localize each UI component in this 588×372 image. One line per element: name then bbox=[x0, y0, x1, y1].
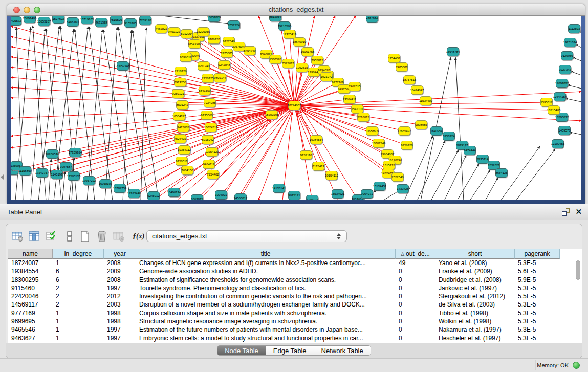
graph-node[interactable]: 8913250 bbox=[174, 78, 186, 87]
graph-node[interactable]: 16782759 bbox=[113, 184, 127, 193]
graph-node[interactable]: 13354129 bbox=[205, 148, 219, 157]
graph-node[interactable]: 9245012 bbox=[147, 192, 160, 201]
graph-node[interactable]: 9352110 bbox=[300, 151, 313, 160]
zoom-window-button[interactable] bbox=[34, 7, 40, 13]
delete-table-icon[interactable] bbox=[96, 230, 108, 243]
graph-node[interactable]: 10354112 bbox=[178, 146, 191, 155]
graph-node[interactable]: 2750125 bbox=[202, 74, 214, 83]
graph-node[interactable]: 10719185 bbox=[80, 16, 94, 24]
graph-node[interactable]: 1154408 bbox=[388, 54, 401, 63]
graph-node[interactable]: 1640954 bbox=[430, 127, 443, 136]
graph-node[interactable]: 12325419 bbox=[283, 30, 297, 39]
table-row[interactable]: 946554611997Estimation of the future num… bbox=[8, 325, 575, 334]
float-panel-icon[interactable] bbox=[562, 208, 570, 216]
graph-node[interactable]: 18640910 bbox=[293, 38, 307, 47]
tab-network-table[interactable]: Network Table bbox=[314, 346, 371, 355]
graph-node[interactable]: 12923448 bbox=[127, 189, 141, 198]
graph-node[interactable]: 8813054 bbox=[269, 16, 281, 21]
graph-node[interactable]: 7955812 bbox=[311, 56, 323, 65]
graph-node[interactable]: 16648784 bbox=[446, 48, 460, 56]
column-header-name[interactable]: name bbox=[8, 249, 53, 259]
table-row[interactable]: 1872400712008Changes of HCN gene express… bbox=[8, 259, 575, 267]
graph-node[interactable]: 10688609 bbox=[365, 127, 379, 136]
graph-node[interactable]: 16958107 bbox=[99, 180, 113, 188]
graph-node[interactable]: 7745122 bbox=[306, 195, 318, 201]
graph-node[interactable]: 7632621 bbox=[488, 161, 500, 170]
graph-node[interactable]: 1994001 bbox=[215, 191, 227, 200]
graph-node[interactable]: 9035121 bbox=[288, 191, 300, 200]
graph-node[interactable]: 6405572 bbox=[11, 17, 21, 26]
graph-node[interactable]: 8664125 bbox=[495, 169, 508, 178]
column-header-pagerank[interactable]: pagerank bbox=[515, 249, 560, 259]
graph-node[interactable]: 11156869 bbox=[18, 167, 32, 176]
graph-node[interactable]: 8501243 bbox=[176, 101, 188, 110]
graph-node[interactable]: 8663815 bbox=[191, 195, 203, 201]
table-row[interactable]: 946362711997Embryonic stem cells: a mode… bbox=[8, 334, 575, 342]
graph-node[interactable]: 9756928 bbox=[401, 141, 413, 150]
table-row[interactable]: 911546021997Tourette syndrome. Phenomeno… bbox=[8, 284, 575, 292]
graph-node[interactable]: 2887682 bbox=[366, 16, 378, 23]
new-document-icon[interactable] bbox=[79, 230, 91, 243]
network-canvas[interactable]: 6405572206914061065326715276026466160107… bbox=[11, 16, 581, 200]
function-builder-icon[interactable]: ƒ(x) bbox=[133, 232, 144, 240]
graph-node[interactable]: 23364411 bbox=[343, 95, 357, 104]
graph-node[interactable]: 15134451 bbox=[373, 182, 387, 191]
column-header-out_de[interactable]: △out_de... bbox=[396, 249, 435, 259]
graph-node[interactable]: 9464112 bbox=[203, 160, 215, 169]
graph-node[interactable]: 20206536 bbox=[46, 150, 59, 159]
graph-node[interactable]: 2216012 bbox=[357, 113, 369, 122]
graph-node[interactable]: 23226055 bbox=[197, 28, 210, 36]
graph-node[interactable]: 1921072 bbox=[320, 73, 333, 81]
graph-node[interactable]: 7524402 bbox=[174, 135, 186, 143]
graph-node[interactable]: 7485083 bbox=[396, 63, 408, 72]
select-columns-icon[interactable] bbox=[45, 230, 57, 243]
graph-node[interactable]: 2935114 bbox=[477, 155, 489, 164]
graph-node[interactable]: 8915042 bbox=[202, 136, 214, 144]
graph-node[interactable]: 8958924 bbox=[443, 132, 455, 141]
graph-node[interactable]: 18757515 bbox=[403, 76, 417, 84]
window-titlebar[interactable]: citations_edges.txt bbox=[7, 4, 585, 16]
graph-node[interactable]: 7857224 bbox=[228, 21, 240, 30]
close-window-button[interactable] bbox=[13, 7, 20, 13]
graph-node[interactable]: 9898985 bbox=[415, 121, 427, 129]
graph-node[interactable]: 10215405 bbox=[547, 106, 561, 115]
graph-node[interactable]: 10653267 bbox=[37, 17, 51, 26]
graph-node[interactable]: 1112503 bbox=[569, 25, 580, 33]
graph-node[interactable]: 20053346 bbox=[116, 62, 130, 71]
graph-node[interactable]: 8841509 bbox=[199, 86, 211, 95]
graph-node[interactable]: 7269128 bbox=[139, 16, 151, 25]
graph-node[interactable]: 24560012 bbox=[234, 194, 248, 201]
graph-node[interactable]: 9415082 bbox=[177, 123, 189, 132]
table-row[interactable]: 1456911722003Disruption of a novel membe… bbox=[8, 300, 575, 309]
graph-node[interactable]: 9135560 bbox=[201, 111, 213, 120]
graph-node[interactable]: 9129966 bbox=[561, 52, 573, 60]
graph-node[interactable]: 13505135 bbox=[67, 172, 81, 181]
graph-node[interactable]: 1733426 bbox=[397, 185, 409, 193]
tab-edge-table[interactable]: Edge Table bbox=[266, 346, 314, 355]
graph-node[interactable]: 1588520 bbox=[269, 55, 281, 64]
row-height-icon[interactable] bbox=[63, 230, 76, 243]
graph-node[interactable]: 8522037 bbox=[282, 59, 294, 68]
graph-node[interactable]: 10154112 bbox=[325, 171, 339, 180]
graph-node[interactable]: 9803144 bbox=[214, 74, 226, 82]
table-selector-combobox[interactable]: citations_edges.txt bbox=[146, 230, 347, 242]
graph-node[interactable]: 16053809 bbox=[207, 16, 221, 22]
graph-node[interactable]: 2718126 bbox=[175, 67, 187, 76]
graph-node[interactable]: 19384554 bbox=[310, 136, 323, 144]
graph-node[interactable]: 1362615 bbox=[296, 63, 308, 72]
graph-node[interactable]: 9964071 bbox=[361, 190, 373, 199]
column-header-title[interactable]: title bbox=[136, 249, 396, 259]
graph-node[interactable]: 1145193 bbox=[51, 170, 63, 179]
graph-node[interactable]: 18807249 bbox=[372, 139, 386, 148]
column-header-year[interactable]: year bbox=[104, 249, 136, 259]
graph-node[interactable]: 19218506 bbox=[278, 22, 292, 31]
splitter-collapse-icon[interactable] bbox=[1, 174, 4, 180]
graph-node[interactable]: 7515526 bbox=[110, 16, 122, 25]
graph-node[interactable]: 17359924 bbox=[69, 148, 82, 157]
graph-node[interactable]: 7224088 bbox=[204, 99, 216, 107]
graph-node[interactable]: 9150513 bbox=[176, 157, 188, 166]
graph-node[interactable]: 9250121 bbox=[172, 90, 184, 98]
graph-node[interactable]: 4671358 bbox=[95, 18, 107, 27]
table-row[interactable]: 1830029562008Estimation of significance … bbox=[8, 276, 575, 284]
graph-node[interactable]: 5912954 bbox=[181, 30, 193, 38]
